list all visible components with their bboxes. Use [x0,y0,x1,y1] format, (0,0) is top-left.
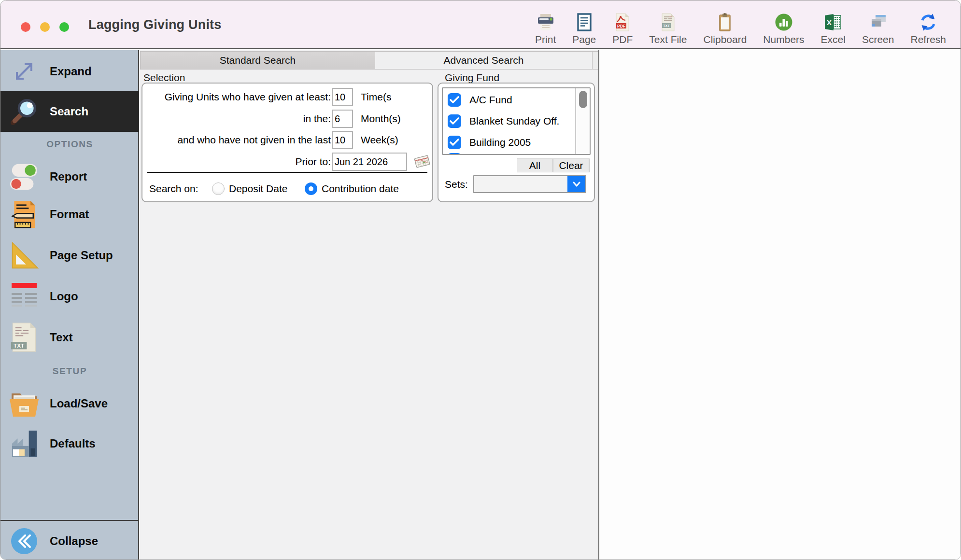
fund-label: Building 2005 [469,137,531,148]
pdf-button[interactable]: PDF PDF [612,12,633,44]
all-button[interactable]: All [517,159,553,172]
tab-label: Standard Search [220,55,296,66]
zoom-window-button[interactable] [59,22,69,32]
fund-label: A/C Fund [469,94,512,106]
folder-icon [6,390,42,418]
sidebar-item-label: Text [50,331,73,344]
radio-deposit-date[interactable]: Deposit Date [212,178,287,199]
toolbar-label: Refresh [910,34,946,44]
search-icon [6,97,42,126]
collapse-icon [6,527,42,555]
logo-placeholder-icon [6,282,42,310]
svg-text:X: X [827,18,832,27]
fund-label: Blanket Sunday Off. [469,115,559,127]
clipboard-icon [715,12,735,32]
tab-label: Advanced Search [444,55,524,66]
clear-button[interactable]: Clear [553,159,590,172]
svg-text:TXT: TXT [663,24,670,28]
toolbar-label: PDF [612,34,633,44]
numbers-icon [774,12,793,32]
text-file-button[interactable]: TXT Text File [649,12,687,44]
sidebar-item-logo[interactable]: Logo [0,277,139,316]
fund-list: A/C Fund Blanket Sunday Off. [442,87,591,155]
sidebar-item-report[interactable]: Report [0,157,139,196]
excel-icon: X [823,12,843,32]
prior-to-date-input[interactable] [332,153,407,171]
sidebar-item-label: Search [50,105,88,118]
sets-dropdown[interactable] [473,175,586,193]
titlebar: Lagging Giving Units Print Page PDF PDF [0,0,961,49]
printer-icon [536,12,555,32]
search-pane: Standard Search Advanced Search Selectio… [140,50,598,560]
sidebar-item-format[interactable]: Format [0,195,139,234]
minimize-window-button[interactable] [40,22,50,32]
tab-standard-search[interactable]: Standard Search [140,51,375,70]
page-icon [575,12,594,32]
screen-icon [868,12,888,32]
months-input[interactable] [332,110,353,128]
sidebar-item-expand[interactable]: Expand [0,51,139,92]
sets-dropdown-button[interactable] [567,176,585,192]
fund-list-item[interactable]: Building 2005 [443,132,575,153]
sidebar-item-text[interactable]: TXT Text [0,318,139,357]
sidebar-item-collapse[interactable]: Collapse [0,522,139,560]
giving-fund-panel-title: Giving Fund [445,72,499,84]
refresh-icon [919,12,938,32]
giving-fund-panel: A/C Fund Blanket Sunday Off. [438,83,595,202]
fund-list-item[interactable]: A/C Fund [443,89,575,111]
sidebar-item-defaults[interactable]: Defaults [0,424,139,463]
fund-list-scrollbar-thumb[interactable] [579,91,587,108]
sidebar-item-label: Logo [50,290,78,303]
app-window: Lagging Giving Units Print Page PDF PDF [0,0,961,560]
refresh-button[interactable]: Refresh [910,12,946,44]
months-unit-label: Month(s) [361,113,401,125]
toolbar-label: Excel [821,34,846,44]
sidebar-item-load-save[interactable]: Load/Save [0,384,139,423]
sidebar: Expand Search OPTIONS Report Format [0,50,139,560]
screen-button[interactable]: Screen [862,12,894,44]
selection-panel-title: Selection [143,72,185,84]
calendar-picker-button[interactable] [413,154,431,169]
fund-checkbox[interactable] [448,114,461,128]
sidebar-section-options: OPTIONS [0,137,139,152]
clipboard-button[interactable]: Clipboard [703,12,747,44]
radio-label: Contribution date [322,183,399,195]
results-area [599,50,961,560]
radio-contribution-date[interactable]: Contribution date [305,178,399,199]
fund-select-buttons: All Clear [517,158,590,172]
expand-icon [6,56,42,87]
weeks-input[interactable] [332,131,353,149]
radio-circle[interactable] [305,182,317,195]
sidebar-item-label: Load/Save [50,397,108,410]
fund-checkbox-partial [448,153,461,155]
toggles-icon [6,162,42,192]
excel-button[interactable]: X Excel [821,12,846,44]
prior-to-label: Prior to: [142,156,331,168]
sets-dropdown-value [478,176,566,192]
fund-checkbox[interactable] [448,93,461,107]
radio-circle[interactable] [212,182,225,195]
sidebar-item-search[interactable]: Search [0,91,139,132]
calendar-icon [413,154,431,170]
close-window-button[interactable] [21,22,30,32]
radio-label: Deposit Date [229,183,287,195]
sidebar-divider [0,520,139,521]
sidebar-section-setup: SETUP [0,364,139,378]
main-area: Standard Search Advanced Search Selectio… [140,50,961,560]
fund-list-scrollbar[interactable] [575,88,590,154]
tab-bar-end-strip [593,51,598,70]
fund-list-item[interactable]: Blanket Sunday Off. [443,111,575,132]
times-row-label: Giving Units who have given at least: [142,91,331,103]
times-input[interactable] [332,88,353,106]
toolbar-label: Clipboard [703,34,747,44]
set-square-icon [6,241,42,270]
print-button[interactable]: Print [535,12,556,44]
sidebar-item-label: Collapse [50,534,98,548]
sidebar-item-label: Expand [50,65,92,78]
weeks-row-label: and who have not given in the last [142,134,331,146]
page-button[interactable]: Page [572,12,596,44]
sidebar-item-page-setup[interactable]: Page Setup [0,236,139,275]
fund-checkbox[interactable] [448,136,461,149]
numbers-button[interactable]: Numbers [763,12,804,44]
tab-advanced-search[interactable]: Advanced Search [375,51,593,70]
